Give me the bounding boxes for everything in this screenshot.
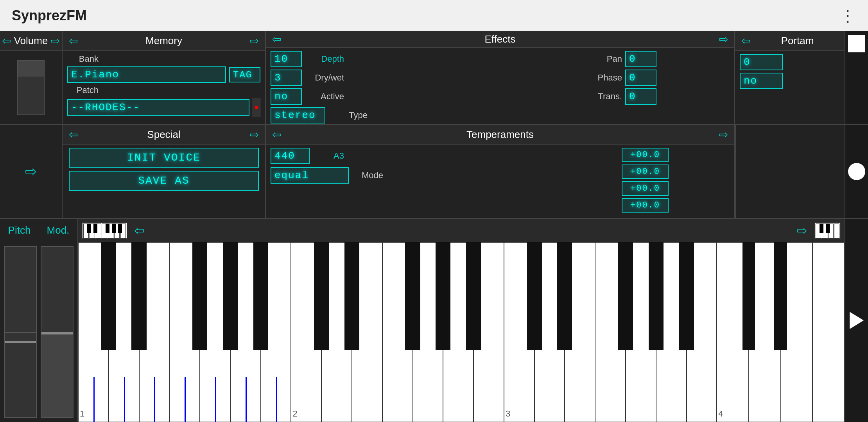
blue-line-g1 [215,377,216,422]
special-right-arrow-left[interactable]: ⇨ [22,162,40,181]
tag-display[interactable]: TAG [229,67,260,82]
black-key-gs1[interactable] [223,242,238,350]
patch-value-display[interactable]: --RHODES-- [67,99,249,116]
phase-value[interactable]: 0 [625,70,656,86]
black-key-cs1[interactable] [101,242,116,350]
volume-slider[interactable] [17,60,45,115]
temp-left-arrow[interactable]: ⇦ [269,127,284,143]
blue-line-a1 [246,377,247,422]
memory-left-arrow[interactable]: ⇦ [66,33,81,49]
tuning-val-4[interactable]: +00.0 [622,198,669,213]
patch-dot [255,106,258,109]
special-left-arrow[interactable]: ⇦ [66,127,81,143]
volume-right-arrow[interactable]: ⇨ [48,33,63,49]
pitch-slider[interactable] [4,246,37,418]
depth-label: Depth [305,54,344,64]
mini-black-5 [118,224,122,233]
octave-2[interactable]: 2 [291,242,504,422]
black-key-ds4[interactable] [774,242,787,350]
mode-row: equal Mode [271,167,612,184]
keyboard-section: Pitch Mod. [0,219,868,422]
mod-slider[interactable] [41,246,74,418]
portamento-val1[interactable]: 0 [740,54,783,70]
mini-right-b2 [826,224,830,233]
black-key-as1[interactable] [253,242,268,350]
special-right-arrow[interactable]: ⇨ [247,127,262,143]
pitch-mod-sliders [0,242,77,422]
tuning-val-3[interactable]: +00.0 [622,181,669,196]
mod-label: Mod. [39,224,77,236]
blue-line-d1 [124,377,125,422]
circle-button[interactable] [848,163,865,180]
black-key-gs3[interactable] [649,242,664,350]
trans-value[interactable]: 0 [625,88,656,105]
drywet-value1[interactable]: 3 [271,70,302,86]
white-key-f4[interactable] [812,242,845,422]
black-key-as3[interactable] [679,242,694,350]
special-body: INIT VOICE SAVE AS [63,145,265,218]
temperaments-panel: ⇦ Temperaments ⇨ 440 A3 equal Mode +00.0 [266,125,735,218]
depth-value1[interactable]: 10 [271,51,302,67]
keyboard-left-arrow[interactable]: ⇦ [131,222,148,240]
type-value[interactable]: stereo [271,107,325,123]
patch-value-row: --RHODES-- [67,98,260,117]
mode-value[interactable]: equal [271,167,349,184]
black-key-cs3[interactable] [527,242,542,350]
volume-header: ⇦ Volume ⇨ [0,31,62,51]
patch-name-display[interactable]: E.Piano [67,66,226,83]
black-key-ds2[interactable] [344,242,359,350]
keyboard-right-arrow[interactable]: ⇨ [794,222,811,240]
init-voice-button[interactable]: INIT VOICE [69,148,259,168]
tuning-val-1[interactable]: +00.0 [622,148,669,162]
effects-left-arrow[interactable]: ⇦ [269,31,284,47]
piano-main[interactable]: 1 [78,242,845,422]
temp-right-arrow[interactable]: ⇨ [716,127,731,143]
black-key-fs1[interactable] [192,242,207,350]
memory-header: ⇦ Memory ⇨ [63,31,265,51]
save-as-button[interactable]: SAVE AS [69,171,259,191]
trans-row: Trans. 0 [591,88,730,105]
black-key-gs2[interactable] [436,242,450,350]
portamento-left-arrow[interactable]: ⇦ [738,33,753,49]
black-key-cs2[interactable] [314,242,329,350]
black-key-ds3[interactable] [557,242,572,350]
mod-handle [41,332,73,334]
effects-body: 10 Depth 3 Dry/wet no Active stereo Type [266,48,734,127]
black-key-ds1[interactable] [131,242,146,350]
memory-right-arrow[interactable]: ⇨ [247,33,262,49]
top-bar: SynprezFM ⋮ [0,0,868,31]
active-value1[interactable]: no [271,88,302,105]
mini-black-1 [87,224,91,233]
pan-value[interactable]: 0 [625,51,656,67]
temperaments-header: ⇦ Temperaments ⇨ [266,125,734,145]
portamento-body: 0 no [735,51,845,124]
play-button[interactable] [850,312,864,329]
octave-1[interactable]: 1 [78,242,291,422]
right-keyboard-side [845,219,868,422]
mode-label: Mode [352,170,383,181]
a3-label: A3 [313,151,344,161]
octave-4[interactable]: 4 [717,242,845,422]
active-label: Active [305,91,344,102]
black-key-as2[interactable] [466,242,481,350]
white-square-button[interactable] [848,35,865,52]
menu-button[interactable]: ⋮ [840,7,856,25]
tuning-val-2[interactable]: +00.0 [622,165,669,179]
phase-row: Phase 0 [591,70,730,86]
octave-3[interactable]: 3 [504,242,717,422]
mini-piano [82,222,127,239]
portamento-header: ⇦ Portam [735,31,845,51]
effects-right-arrow[interactable]: ⇨ [716,31,731,47]
trans-label: Trans. [591,91,622,102]
black-key-fs2[interactable] [405,242,420,350]
pitch-handle [5,341,36,343]
temp-left: 440 A3 equal Mode [266,145,617,218]
special-header: ⇦ Special ⇨ [63,125,265,145]
depth-row: 10 Depth [271,51,581,67]
a3-value[interactable]: 440 [271,148,310,164]
volume-slider-area [0,51,62,124]
black-key-cs4[interactable] [742,242,755,350]
portamento-val2[interactable]: no [740,73,783,89]
black-key-fs3[interactable] [618,242,633,350]
volume-left-arrow[interactable]: ⇦ [0,33,14,49]
